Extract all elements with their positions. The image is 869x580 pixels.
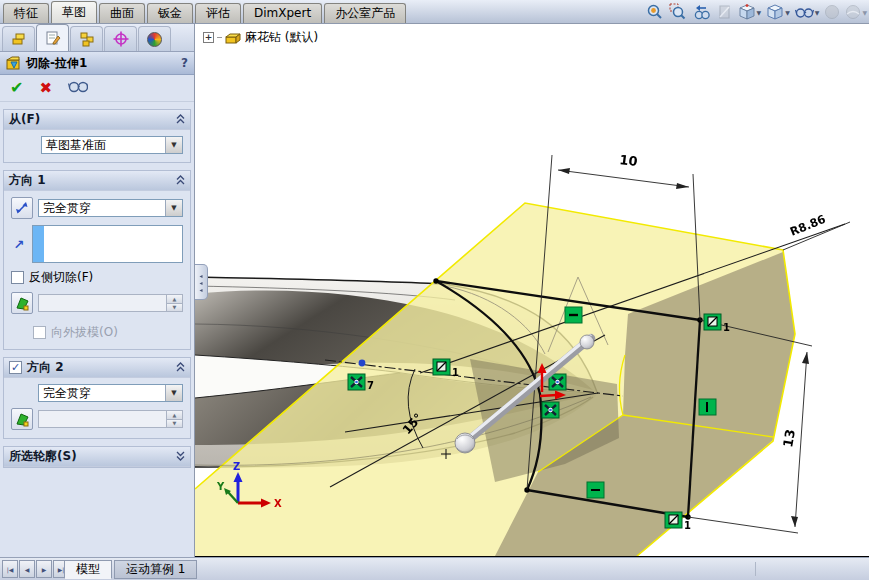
draft-button[interactable]	[11, 408, 33, 430]
draft-button[interactable]	[11, 292, 33, 314]
relation-count: 1	[452, 367, 459, 378]
configuration-manager-tab[interactable]	[70, 26, 103, 51]
solidworks-window: 特征 草图 曲面 钣金 评估 DimXpert 办公室产品 ▼	[0, 0, 869, 580]
pierce-count: 7	[367, 380, 374, 391]
spin-down-icon[interactable]: ▼	[167, 304, 182, 312]
group-selected-contours-header[interactable]: 所选轮廓(S)	[4, 447, 190, 467]
tab-features[interactable]: 特征	[3, 3, 49, 23]
relation-pierce-icon[interactable]	[549, 374, 566, 390]
feature-property-header: 切除-拉伸1 ?	[0, 52, 194, 75]
nav-first-icon[interactable]: |◀	[2, 560, 18, 578]
relation-count: 1	[723, 322, 730, 333]
start-condition-dropdown[interactable]: 草图基准面 ▼	[41, 136, 183, 154]
end-condition2-dropdown[interactable]: 完全贯穿 ▼	[38, 384, 183, 402]
direction-arrow-icon: ↗	[11, 237, 27, 252]
tab-dimxpert[interactable]: DimXpert	[243, 3, 322, 23]
direction2-checkbox[interactable]: ✓	[9, 361, 22, 374]
relation-horizontal-icon[interactable]	[565, 307, 582, 323]
tab-evaluate[interactable]: 评估	[195, 3, 241, 23]
tab-surfaces[interactable]: 曲面	[99, 3, 145, 23]
dimension-radius[interactable]: R8.86	[783, 212, 850, 250]
tree-root-label[interactable]: 麻花钻 (默认)	[245, 29, 318, 46]
property-manager-tab[interactable]	[36, 24, 69, 51]
flip-side-label: 反侧切除(F)	[29, 269, 93, 286]
collapse-chevron-icon[interactable]	[176, 174, 185, 188]
group-direction2-label: 方向 2	[27, 359, 64, 376]
nav-prev-icon[interactable]: ◀	[19, 560, 35, 578]
reverse-direction-button[interactable]	[11, 197, 33, 219]
model-scene: 10 13 R8.86 15°	[195, 24, 869, 557]
dimxpert-tab[interactable]	[104, 26, 137, 51]
spin-up-icon[interactable]: ▲	[167, 295, 182, 304]
sketch-point[interactable]	[359, 360, 366, 367]
tree-expand-icon[interactable]: +	[203, 32, 214, 43]
collapse-chevron-icon[interactable]	[176, 113, 185, 127]
end-condition1-value: 完全贯穿	[39, 200, 165, 217]
manager-tabs	[0, 24, 194, 52]
property-manager-panel: 切除-拉伸1 ? ✔ ✖ 从(F) 草图基准面 ▼	[0, 24, 195, 557]
section-view-icon[interactable]	[716, 3, 733, 21]
direction1-selection-box[interactable]	[32, 225, 183, 263]
tab-model[interactable]: 模型	[64, 560, 112, 579]
tab-motion-study[interactable]: 运动算例 1	[114, 560, 197, 579]
hide-show-items-icon[interactable]: ▼	[795, 4, 820, 20]
expand-chevron-icon[interactable]	[176, 450, 185, 464]
spin-up-icon[interactable]: ▲	[167, 411, 182, 420]
draft-angle-spinner[interactable]: ▲▼	[38, 294, 183, 312]
tab-office-products[interactable]: 办公室产品	[324, 3, 406, 23]
flip-side-checkbox[interactable]	[11, 271, 24, 284]
heads-up-view-toolbar: ▼ ▼ ▼ ▼	[646, 2, 868, 22]
ok-button[interactable]: ✔	[10, 80, 23, 96]
display-style-icon[interactable]: ▼	[766, 3, 790, 21]
dropdown-arrow-icon[interactable]: ▼	[165, 137, 182, 153]
relation-pierce-icon[interactable]	[542, 402, 559, 418]
triad-y-label: Y	[216, 481, 225, 492]
edit-appearance-icon[interactable]	[824, 4, 840, 20]
selection-highlight-strip	[33, 226, 44, 262]
draft-outward-checkbox[interactable]	[33, 326, 46, 339]
help-icon[interactable]: ?	[181, 56, 188, 70]
collapse-chevron-icon[interactable]	[176, 361, 185, 375]
group-from-header[interactable]: 从(F)	[4, 110, 190, 130]
group-from: 从(F) 草图基准面 ▼	[3, 109, 191, 163]
relation-horizontal-icon[interactable]	[587, 482, 604, 498]
panel-title: 切除-拉伸1	[26, 55, 87, 72]
feature-manager-tab[interactable]	[2, 26, 35, 51]
graphics-viewport[interactable]: + 麻花钻 (默认) ◂◂◂	[195, 24, 869, 557]
end-condition1-dropdown[interactable]: 完全贯穿 ▼	[38, 199, 183, 217]
status-divider	[755, 562, 756, 576]
spin-down-icon[interactable]: ▼	[167, 420, 182, 428]
cancel-button[interactable]: ✖	[39, 81, 52, 96]
group-direction1-header[interactable]: 方向 1	[4, 171, 190, 191]
view-orientation-icon[interactable]: ▼	[738, 3, 762, 21]
nav-next-icon[interactable]: ▶	[36, 560, 52, 578]
group-direction2-header[interactable]: ✓ 方向 2	[4, 358, 190, 378]
dropdown-arrow-icon[interactable]: ▼	[165, 200, 182, 216]
dim-radius-text[interactable]: R8.86	[788, 212, 828, 239]
apply-scene-icon[interactable]: ▼	[845, 4, 867, 20]
zoom-to-fit-icon[interactable]	[646, 3, 664, 21]
feature-tree-root: + 麻花钻 (默认)	[203, 29, 318, 46]
rod-top-ball[interactable]	[580, 335, 594, 349]
previous-view-icon[interactable]	[692, 3, 711, 21]
zoom-to-area-icon[interactable]	[669, 3, 687, 21]
end-condition2-value: 完全贯穿	[39, 385, 165, 402]
tab-sheet-metal[interactable]: 钣金	[147, 3, 193, 23]
panel-splitter-handle[interactable]: ◂◂◂	[195, 264, 208, 300]
dim-width-text[interactable]: 10	[619, 152, 639, 169]
status-bar: |◀ ◀ ▶ ▶| 模型 运动算例 1	[0, 557, 869, 580]
group-direction1: 方向 1 完全贯穿 ▼ ↗	[3, 170, 191, 350]
draft-angle2-spinner[interactable]: ▲▼	[38, 410, 183, 428]
relation-vertical-icon[interactable]	[699, 399, 716, 415]
draft-angle2-value	[39, 411, 166, 427]
command-manager-bar: 特征 草图 曲面 钣金 评估 DimXpert 办公室产品 ▼	[0, 0, 869, 24]
appearances-tab[interactable]	[138, 26, 171, 51]
dropdown-arrow-icon[interactable]: ▼	[165, 385, 182, 401]
group-from-label: 从(F)	[9, 111, 40, 128]
triad-x-label: X	[274, 498, 282, 509]
rod-end-ball[interactable]	[455, 433, 475, 453]
detailed-preview-button[interactable]	[68, 80, 88, 96]
dim-height-text[interactable]: 13	[780, 428, 798, 448]
relation-count: 1	[684, 520, 691, 531]
tab-sketch[interactable]: 草图	[51, 1, 97, 23]
